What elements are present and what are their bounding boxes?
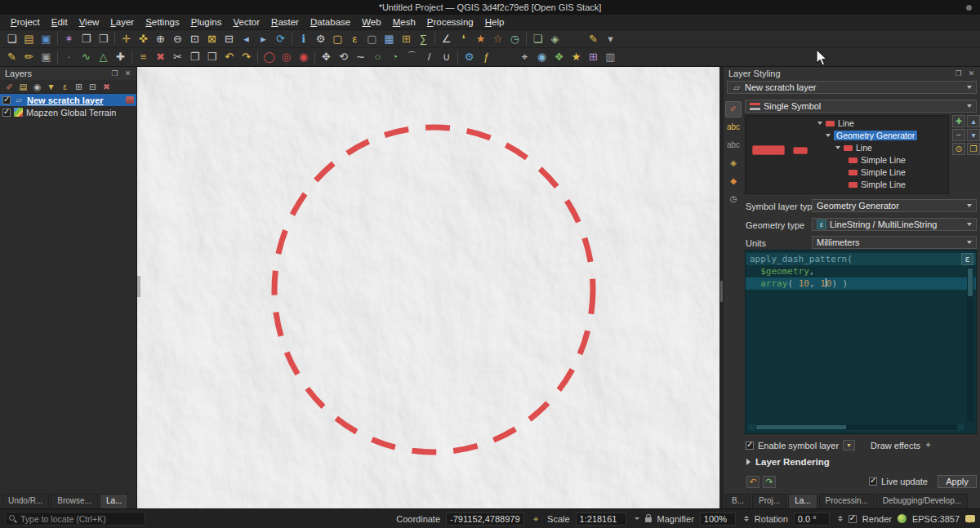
menu-plugins[interactable]: Plugins	[185, 15, 228, 30]
magnifier-spinbox[interactable]: 100%	[700, 512, 736, 526]
new-print-layout-icon[interactable]: ❐	[78, 31, 95, 47]
add-symbol-layer-icon[interactable]: ✚	[952, 115, 965, 127]
add-point-feature-icon[interactable]: ∙	[60, 49, 78, 65]
collapse-all-icon[interactable]: ⊟	[86, 81, 100, 93]
add-polygon-feature-icon[interactable]: △	[95, 49, 112, 65]
magnifier-spinner[interactable]	[744, 516, 749, 521]
plugin-builder-icon[interactable]: ⊞	[585, 49, 602, 65]
menu-view[interactable]: View	[74, 15, 105, 30]
draw-effects-star-icon[interactable]: ✦	[924, 440, 932, 450]
new-spatial-bookmark-icon[interactable]: ★	[472, 31, 489, 47]
menu-help[interactable]: Help	[479, 15, 510, 30]
close-panel-icon[interactable]: ✕	[122, 69, 133, 79]
lock-symbol-layer-icon[interactable]: ⊙	[952, 143, 965, 155]
rotation-spinner[interactable]	[838, 516, 843, 521]
menu-mesh[interactable]: Mesh	[387, 15, 421, 30]
add-group-icon[interactable]: ▤	[16, 81, 30, 93]
zoom-in-icon[interactable]: ⊕	[152, 31, 169, 47]
merge-features-icon[interactable]: ∪	[438, 49, 455, 65]
pan-map-icon[interactable]: ✛	[118, 31, 135, 47]
crs-icon[interactable]	[898, 514, 906, 523]
open-attribute-table-icon[interactable]: ▦	[381, 31, 398, 47]
pan-to-selection-icon[interactable]: ✜	[135, 31, 152, 47]
manage-map-themes-icon[interactable]: ◉	[30, 81, 44, 93]
copy-features-icon[interactable]: ❐	[186, 49, 203, 65]
temporal-controller-icon[interactable]: ◷	[506, 31, 523, 47]
refresh-map-icon[interactable]: ⟳	[272, 31, 289, 47]
rotate-feature-icon[interactable]: ⟲	[335, 49, 352, 65]
redo-style-button[interactable]: ↷	[763, 476, 776, 488]
select-features-icon[interactable]: ▢	[329, 31, 346, 47]
symbol-node-line[interactable]: Line	[817, 118, 854, 129]
zoom-full-icon[interactable]: ⊡	[186, 31, 203, 47]
layout-manager-icon[interactable]: ❒	[95, 31, 112, 47]
expand-all-icon[interactable]: ⊞	[72, 81, 86, 93]
reshape-features-icon[interactable]: ⌒	[403, 49, 421, 65]
measure-line-icon[interactable]: ∠	[438, 31, 455, 47]
geometry-type-select[interactable]: ε LineString / MultiLineString	[812, 218, 977, 231]
statistical-summary-icon[interactable]: ∑	[415, 31, 432, 47]
coordinate-input[interactable]: -791152,4788979	[446, 512, 524, 526]
menu-raster[interactable]: Raster	[265, 15, 305, 30]
run-feature-action-icon[interactable]: ⚙	[312, 31, 329, 47]
modify-attributes-icon[interactable]: ≡	[135, 49, 152, 65]
zoom-last-icon[interactable]: ◂	[238, 31, 255, 47]
remove-symbol-layer-icon[interactable]: −	[952, 129, 965, 141]
symbol-node-simple-line-1[interactable]: Simple Line	[849, 154, 906, 166]
messages-icon[interactable]	[965, 515, 975, 522]
add-part-icon[interactable]: ◔	[386, 49, 403, 65]
symbol-node-simple-line-3[interactable]: Simple Line	[849, 179, 906, 190]
style-manager-icon[interactable]: ✶	[60, 31, 78, 47]
identify-features-icon[interactable]: ℹ	[295, 31, 312, 47]
scale-combobox[interactable]: 1:218161	[576, 512, 626, 526]
expander-icon[interactable]	[826, 134, 831, 137]
live-update-checkbox[interactable]	[869, 477, 877, 486]
layer-visibility-checkbox[interactable]	[2, 109, 11, 117]
menu-processing[interactable]: Processing	[421, 15, 479, 30]
menu-layer[interactable]: Layer	[105, 15, 140, 30]
filter-legend-icon[interactable]: ▼	[44, 81, 58, 93]
expression-editor[interactable]: apply_dash_pattern( $geometry, array( 10…	[745, 250, 977, 434]
masks-tab-icon[interactable]: abc	[725, 137, 742, 153]
crs-value[interactable]: EPSG:3857	[912, 514, 960, 524]
menu-settings[interactable]: Settings	[140, 15, 185, 30]
new-3d-map-view-icon[interactable]: ◈	[546, 31, 564, 47]
layer-visibility-checkbox[interactable]	[2, 96, 11, 104]
symbol-mode-selector[interactable]: Single Symbol	[745, 100, 977, 113]
symbol-node-geometry-generator[interactable]: Geometry Generator	[826, 130, 917, 141]
save-layer-edits-icon[interactable]: ▣	[38, 49, 55, 65]
close-panel-icon[interactable]: ✕	[966, 69, 977, 79]
symbol-node-simple-line-2[interactable]: Simple Line	[849, 166, 906, 178]
processing-toolbox-icon[interactable]: ⚙	[461, 49, 478, 65]
move-symbol-layer-up-icon[interactable]: ▴	[967, 115, 980, 127]
redo-icon[interactable]: ↷	[238, 49, 255, 65]
osm-place-search-icon[interactable]: ◉	[533, 49, 550, 65]
menu-edit[interactable]: Edit	[46, 15, 74, 30]
annotation-options-icon[interactable]: ▾	[602, 31, 619, 47]
editor-vertical-scrollbar[interactable]	[967, 267, 973, 422]
zoom-out-icon[interactable]: ⊖	[169, 31, 186, 47]
dock-tab-proj[interactable]: Proj...	[752, 494, 786, 508]
move-feature-icon[interactable]: ✥	[318, 49, 335, 65]
data-defined-override-button[interactable]: ▾	[843, 440, 855, 450]
symbology-tab-icon[interactable]: ✐	[725, 101, 742, 118]
cut-features-icon[interactable]: ✂	[169, 49, 186, 65]
new-project-icon[interactable]: ❏	[3, 31, 20, 47]
current-edits-icon[interactable]: ✎	[3, 49, 20, 65]
toggle-editing-icon[interactable]: ✏	[20, 49, 38, 65]
dock-tab-la[interactable]: La...	[788, 494, 817, 508]
undo-icon[interactable]: ↶	[220, 49, 238, 65]
diagrams-tab-icon[interactable]: ◆	[725, 173, 742, 189]
window-button[interactable]	[966, 5, 972, 11]
enable-symbol-layer-checkbox[interactable]	[746, 441, 754, 450]
panel-resize-grip[interactable]	[137, 276, 140, 297]
zoom-to-layer-icon[interactable]: ⊟	[220, 31, 238, 47]
move-symbol-layer-down-icon[interactable]: ▾	[967, 129, 980, 141]
history-tab-icon[interactable]: ◷	[725, 191, 742, 207]
remove-layer-icon[interactable]: ✖	[100, 81, 114, 93]
split-features-icon[interactable]: /	[421, 49, 438, 65]
circle-from-2-points-icon[interactable]: ◯	[261, 49, 278, 65]
expander-icon[interactable]	[835, 146, 840, 149]
symbol-node-line-2[interactable]: Line	[835, 142, 872, 153]
delete-selected-icon[interactable]: ✖	[152, 49, 169, 65]
